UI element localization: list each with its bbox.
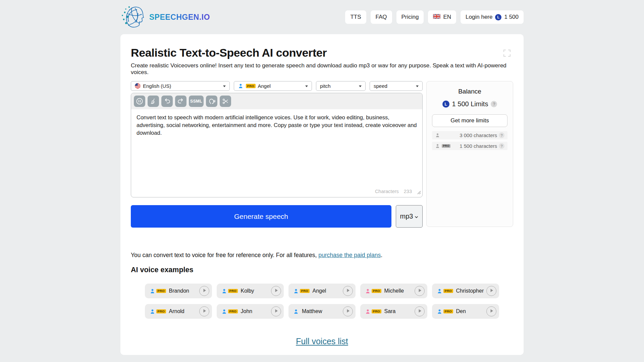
pro-badge: PRO: [443, 309, 453, 314]
play-button[interactable]: [199, 286, 209, 296]
pitch-select[interactable]: pitch: [316, 81, 366, 91]
nav-login-label: Login here: [466, 14, 492, 20]
pro-badge: PRO: [372, 289, 381, 293]
person-icon: [238, 83, 244, 89]
notice-text: You can convert text to voice for free f…: [131, 252, 318, 258]
person-icon: [150, 309, 155, 314]
voice-card[interactable]: PRO Den: [432, 304, 499, 319]
person-icon: [365, 309, 371, 314]
person-icon: [365, 288, 371, 294]
language-select[interactable]: English (US): [131, 81, 230, 91]
help-icon[interactable]: ?: [491, 101, 497, 107]
nav-language-label: EN: [443, 14, 451, 20]
ssml-button[interactable]: SSML: [189, 96, 204, 107]
action-row: Generate speech mp3: [131, 205, 423, 228]
page-title: Realistic Text-to-Speech AI converter: [131, 46, 513, 59]
chevron-down-icon: [415, 213, 418, 220]
voice-preview-button[interactable]: [206, 96, 217, 107]
resize-handle[interactable]: [417, 190, 421, 196]
person-icon: [435, 143, 440, 148]
voice-card[interactable]: PRO Kolby: [217, 284, 284, 298]
chevron-down-icon: [305, 85, 308, 88]
nav-login[interactable]: Login here L 1 500: [461, 10, 524, 24]
brand-name: SPEECHGEN.IO: [149, 13, 210, 22]
redo-button[interactable]: [175, 96, 186, 107]
play-button[interactable]: [343, 306, 353, 316]
pause-button[interactable]: [134, 96, 145, 107]
page-subtitle: Create realistic Voiceovers online! Inse…: [131, 62, 513, 76]
play-icon: [346, 309, 350, 314]
voice-name: Kolby: [241, 288, 254, 294]
help-icon[interactable]: ?: [499, 132, 504, 138]
character-counter-value: 233: [404, 189, 412, 194]
nav-language[interactable]: EN: [428, 10, 456, 24]
main-nav: TTS FAQ Pricing EN Login here L: [345, 10, 524, 24]
play-icon: [489, 309, 494, 314]
voice-card[interactable]: PRO Arnold: [145, 304, 212, 319]
play-button[interactable]: [486, 286, 496, 296]
voice-card[interactable]: Matthew: [288, 304, 356, 319]
language-select-value: English (US): [143, 83, 171, 89]
voice-name: Matthew: [302, 308, 322, 314]
play-button[interactable]: [271, 306, 281, 316]
limit-coin-icon: L: [442, 101, 449, 108]
pause-icon: [136, 97, 144, 105]
pro-badge: PRO: [228, 289, 238, 293]
header: SPEECHGEN.IO TTS FAQ Pricing EN: [120, 0, 524, 34]
voice-select[interactable]: PRO Angel: [234, 81, 312, 91]
play-button[interactable]: [415, 286, 425, 296]
play-button[interactable]: [486, 306, 496, 316]
full-voices-list-link[interactable]: Full voices list: [296, 337, 348, 346]
brand-head-icon: [120, 4, 146, 30]
clean-button[interactable]: [148, 96, 159, 107]
clean-icon: [150, 98, 157, 105]
undo-button[interactable]: [161, 96, 173, 107]
get-more-limits-button[interactable]: Get more limits: [432, 114, 507, 127]
voice-card[interactable]: PRO Michelle: [360, 284, 427, 298]
play-icon: [274, 288, 278, 294]
voice-card[interactable]: PRO Sara: [360, 304, 427, 319]
balance-title: Balance: [432, 88, 507, 95]
play-button[interactable]: [415, 306, 425, 316]
voice-name: Michelle: [384, 288, 404, 294]
limit-coin-icon: L: [495, 14, 501, 20]
play-icon: [274, 309, 278, 314]
voice-icon: [208, 97, 216, 105]
brand-logo[interactable]: SPEECHGEN.IO: [120, 4, 210, 30]
redo-icon: [177, 97, 185, 105]
play-button[interactable]: [271, 286, 281, 296]
speech-text-input[interactable]: Convert text to speech with modern artif…: [131, 109, 422, 141]
speed-select[interactable]: speed: [370, 81, 423, 91]
generate-speech-button[interactable]: Generate speech: [131, 205, 391, 228]
play-button[interactable]: [199, 306, 209, 316]
us-flag-icon: [135, 83, 141, 89]
fullscreen-icon[interactable]: [503, 49, 511, 58]
person-icon: [293, 288, 299, 294]
undo-icon: [163, 97, 171, 105]
pitch-select-value: pitch: [320, 83, 331, 89]
help-icon[interactable]: ?: [499, 143, 504, 149]
ssml-icon: SSML: [190, 99, 202, 104]
balance-panel: Balance L 1 500 Limits ? Get more limits…: [426, 81, 513, 227]
play-button[interactable]: [343, 286, 353, 296]
play-icon: [202, 288, 207, 294]
pro-badge: PRO: [246, 84, 256, 88]
chevron-down-icon: [416, 85, 419, 88]
play-icon: [346, 288, 350, 294]
paid-plans-link[interactable]: purchase the paid plans: [318, 252, 381, 258]
voice-card[interactable]: PRO Brandon: [145, 284, 212, 298]
voice-card[interactable]: PRO Christopher: [432, 284, 499, 298]
voice-grid: PRO Brandon PRO Kolby PRO Angel: [145, 284, 499, 319]
nav-tts[interactable]: TTS: [345, 10, 366, 24]
free-limit-row: 3 000 characters ?: [432, 131, 507, 139]
cut-button[interactable]: [220, 96, 231, 107]
person-icon: [221, 288, 227, 294]
person-icon: [437, 309, 442, 314]
voice-card[interactable]: PRO John: [217, 304, 284, 319]
nav-faq[interactable]: FAQ: [371, 10, 392, 24]
speed-select-value: speed: [374, 83, 387, 89]
nav-pricing[interactable]: Pricing: [396, 10, 424, 24]
pro-badge: PRO: [156, 309, 166, 314]
format-select[interactable]: mp3: [396, 205, 423, 228]
voice-card[interactable]: PRO Angel: [288, 284, 356, 298]
